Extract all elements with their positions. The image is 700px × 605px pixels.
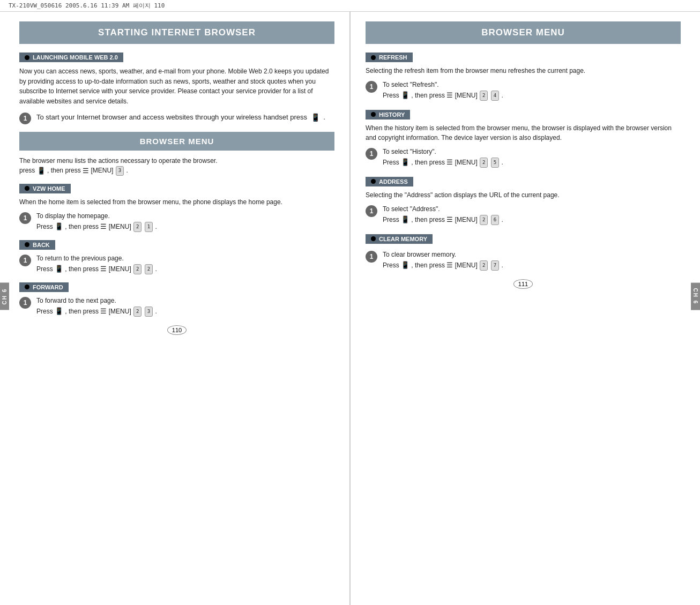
back-step1: 1 To return to the previous page. Press … xyxy=(19,253,334,275)
vzw-home-section: VZW HOME When the home item is selected … xyxy=(19,184,334,233)
clear-memory-section: CLEAR MEMORY 1 To clear browser memory. … xyxy=(366,234,681,271)
address-section: ADDRESS Selecting the "Address" action d… xyxy=(366,177,681,226)
launching-badge: LAUNCHING MOBILE WEB 2.0 xyxy=(19,53,123,62)
right-page-number: 111 xyxy=(366,280,681,288)
step-address-num: 1 xyxy=(366,205,377,217)
vzw-home-step1-text: To display the homepage. Press 📱 , then … xyxy=(36,211,157,233)
refresh-section: REFRESH Selecting the refresh item from … xyxy=(366,53,681,101)
launching-body: Now you can access news, sports, weather… xyxy=(19,66,334,106)
history-step1: 1 To select "History". Press 📱 , then pr… xyxy=(366,147,681,168)
press-icon: 📱 xyxy=(37,167,46,175)
address-body: Selecting the "Address" action displays … xyxy=(366,190,681,200)
refresh-badge: REFRESH xyxy=(366,53,413,62)
left-page-number: 110 xyxy=(19,326,334,334)
top-bar: TX-210VW_050616 2005.6.16 11:39 AM 페이지 1… xyxy=(0,0,700,12)
launching-step1: 1 To start your Internet browser and acc… xyxy=(19,111,334,124)
back-step1-text: To return to the previous page. Press 📱 … xyxy=(36,253,157,275)
main-content: CH 6 STARTING INTERNET BROWSER LAUNCHING… xyxy=(0,12,700,605)
top-bar-text: TX-210VW_050616 2005.6.16 11:39 AM 페이지 1… xyxy=(9,2,165,9)
page-left: CH 6 STARTING INTERNET BROWSER LAUNCHING… xyxy=(0,12,351,605)
step-refresh-num: 1 xyxy=(366,81,377,93)
launching-step1-text: To start your Internet browser and acces… xyxy=(36,111,325,123)
clear-memory-step1-text: To clear browser memory. Press 📱 , then … xyxy=(383,250,503,271)
step-history-num: 1 xyxy=(366,148,377,160)
page-right: CH 6 BROWSER MENU REFRESH Selecting the … xyxy=(351,12,700,605)
back-badge: BACK xyxy=(19,240,55,250)
address-badge: ADDRESS xyxy=(366,177,413,186)
step-clear-num: 1 xyxy=(366,251,377,263)
history-badge: HISTORY xyxy=(366,110,410,119)
clear-memory-badge: CLEAR MEMORY xyxy=(366,234,433,244)
history-step1-text: To select "History". Press 📱 , then pres… xyxy=(383,147,503,168)
step-forward-num: 1 xyxy=(19,297,31,309)
chapter-tab-left: CH 6 xyxy=(0,283,9,310)
clear-memory-step1: 1 To clear browser memory. Press 📱 , the… xyxy=(366,250,681,271)
refresh-step1-text: To select "Refresh". Press 📱 , then pres… xyxy=(383,80,503,101)
back-section: BACK 1 To return to the previous page. P… xyxy=(19,240,334,275)
history-body: When the history item is selected from t… xyxy=(366,123,681,143)
address-step1-text: To select "Address". Press 📱 , then pres… xyxy=(383,204,503,226)
vzw-home-step1: 1 To display the homepage. Press 📱 , the… xyxy=(19,211,334,233)
vzw-home-body: When the home item is selected from the … xyxy=(19,197,334,207)
forward-step1-text: To forward to the next page. Press 📱 , t… xyxy=(36,296,157,317)
browser-menu-mini-section: BROWSER MENU The browser menu lists the … xyxy=(19,132,334,176)
forward-step1: 1 To forward to the next page. Press 📱 ,… xyxy=(19,296,334,317)
refresh-step1: 1 To select "Refresh". Press 📱 , then pr… xyxy=(366,80,681,101)
launching-section: LAUNCHING MOBILE WEB 2.0 Now you can acc… xyxy=(19,53,334,124)
refresh-body: Selecting the refresh item from the brow… xyxy=(366,66,681,76)
phone-icon: 📱 xyxy=(311,111,320,123)
step-back-num: 1 xyxy=(19,255,31,266)
right-main-title: BROWSER MENU xyxy=(366,21,681,44)
step-num-1: 1 xyxy=(19,113,31,124)
menu-icon: ☰ xyxy=(83,167,89,175)
vzw-home-badge: VZW HOME xyxy=(19,184,71,193)
address-step1: 1 To select "Address". Press 📱 , then pr… xyxy=(366,204,681,226)
history-section: HISTORY When the history item is selecte… xyxy=(366,110,681,168)
chapter-tab-right: CH 6 xyxy=(691,283,700,310)
forward-section: FORWARD 1 To forward to the next page. P… xyxy=(19,282,334,317)
browser-menu-mini-title: BROWSER MENU xyxy=(19,132,334,151)
step-vzw-num: 1 xyxy=(19,212,31,224)
browser-menu-body: The browser menu lists the actions neces… xyxy=(19,156,334,176)
left-main-title: STARTING INTERNET BROWSER xyxy=(19,21,334,44)
forward-badge: FORWARD xyxy=(19,282,69,292)
